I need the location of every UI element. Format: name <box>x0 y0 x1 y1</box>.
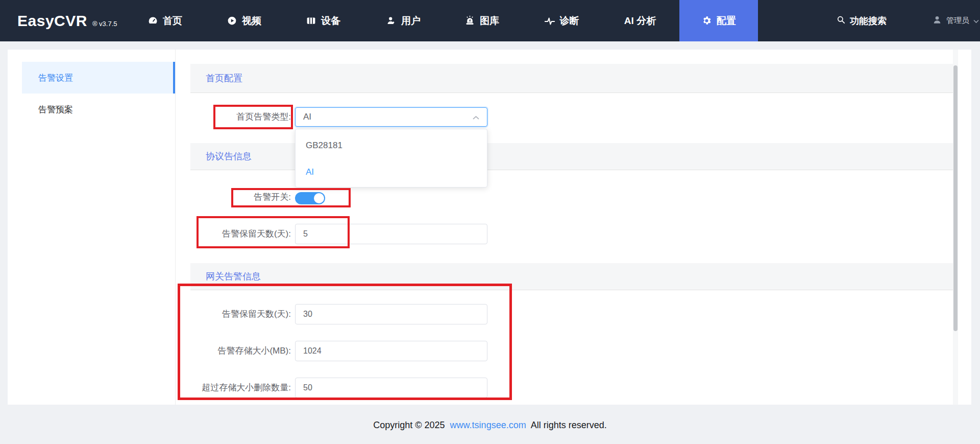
annotation-box-alarm-switch <box>231 188 351 207</box>
nav-item-video[interactable]: 视频 <box>205 0 283 41</box>
sidebar-item-label: 告警预案 <box>38 104 73 115</box>
search-icon <box>836 15 846 27</box>
logo[interactable]: EasyCVR ® v3.7.5 <box>17 0 117 41</box>
top-nav: EasyCVR ® v3.7.5 首页 视频 设备 用户 图库 诊断 AI 分析… <box>0 0 980 41</box>
function-search[interactable]: 功能搜索 <box>836 0 887 41</box>
function-search-label: 功能搜索 <box>850 15 887 27</box>
rights-text: All rights reserved. <box>531 420 607 430</box>
home-alarm-type-value: AI <box>303 112 311 122</box>
annotation-box-home-alarm-type <box>213 105 293 129</box>
scrollbar-thumb[interactable] <box>953 65 958 331</box>
chevron-down-icon <box>973 16 979 25</box>
annotation-box-gateway-section <box>178 284 512 400</box>
dropdown-option-ai[interactable]: AI <box>296 159 487 185</box>
sidebar-item-label: 告警设置 <box>38 72 73 84</box>
gear-icon <box>701 15 712 26</box>
home-alarm-type-dropdown: GB28181 AI <box>295 129 487 188</box>
nav-item-gallery[interactable]: 图库 <box>443 0 521 41</box>
nav-item-diagnosis[interactable]: 诊断 <box>522 0 601 41</box>
diagnosis-icon <box>544 15 555 27</box>
nav-item-ai-analysis[interactable]: AI 分析 <box>601 0 679 41</box>
tsingsee-link[interactable]: www.tsingsee.com <box>450 420 526 430</box>
nav-item-label: 诊断 <box>560 14 579 28</box>
nav-item-label: 首页 <box>163 14 182 28</box>
admin-label: 管理员 <box>946 16 969 26</box>
nav-item-label: AI 分析 <box>624 14 656 28</box>
user-icon <box>386 15 397 26</box>
footer: Copyright © 2025 www.tsingsee.com All ri… <box>0 420 980 431</box>
annotation-box-retention-days <box>197 216 350 248</box>
section-title-home-config: 首页配置 <box>190 64 953 93</box>
person-icon <box>932 15 942 27</box>
video-icon <box>227 15 237 26</box>
nav-item-label: 视频 <box>242 14 261 28</box>
sidebar-item-alarm-settings[interactable]: 告警设置 <box>22 62 175 94</box>
home-alarm-type-select[interactable]: AI <box>295 107 487 127</box>
nav-item-label: 配置 <box>717 14 736 28</box>
sidebar-item-alarm-plan[interactable]: 告警预案 <box>22 94 175 125</box>
alarm-lamp-icon <box>464 15 475 26</box>
nav-item-config[interactable]: 配置 <box>679 0 758 41</box>
admin-menu[interactable]: 管理员 <box>932 0 979 41</box>
chevron-up-icon <box>473 112 479 122</box>
copyright-text: Copyright © 2025 <box>373 420 445 430</box>
nav-item-label: 图库 <box>480 14 499 28</box>
device-icon <box>306 15 316 26</box>
nav-item-user[interactable]: 用户 <box>364 0 443 41</box>
app-version: ® v3.7.5 <box>92 20 117 28</box>
dashboard-icon <box>148 15 158 26</box>
content-card: 告警设置 告警预案 首页配置 协议告信息 网关告警信息 首页告警类型: AI G… <box>8 50 971 405</box>
nav-item-device[interactable]: 设备 <box>284 0 362 41</box>
nav-item-home[interactable]: 首页 <box>126 0 204 41</box>
nav-item-label: 用户 <box>401 14 421 28</box>
app-name: EasyCVR <box>17 12 87 30</box>
dropdown-option-gb28181[interactable]: GB28181 <box>296 132 487 159</box>
nav-item-label: 设备 <box>321 14 340 28</box>
